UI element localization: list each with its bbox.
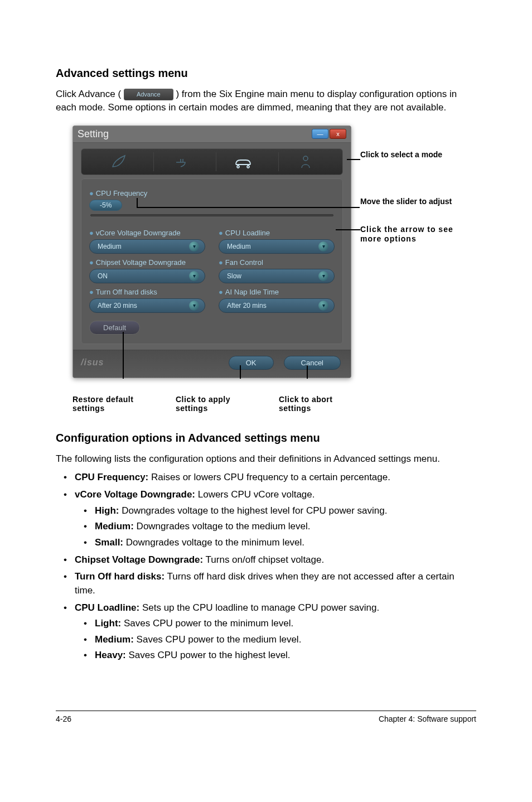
close-button[interactable]: x [330,129,346,139]
opt-vcore-small-desc: Downgrades voltage to the minimum level. [123,537,304,548]
opt-loadline-medium: Medium: Saves CPU power to the medium le… [75,633,476,647]
leader-line [336,229,360,230]
opt-loadline-desc: Sets up the CPU loadline to manage CPU p… [139,602,379,613]
annotation-click-abort: Click to abort settings [279,395,360,413]
label-ainap: ●AI Nap Idle Time [219,288,335,296]
dropdown-fan-value: Slow [227,272,241,280]
mode-tab-1[interactable] [91,152,146,171]
opt-vcore-medium-desc: Downgrades voltage to the medium level. [134,521,311,532]
titlebar: Setting — x [73,126,351,143]
mode-tabs [81,148,343,175]
opt-loadline-heavy-desc: Saves CPU power to the highest level. [126,650,291,660]
page-number: 4-26 [56,714,71,723]
plug-icon [173,154,188,169]
chevron-down-icon: ▾ [318,241,328,252]
leaf-icon [110,154,126,169]
dropdown-fan[interactable]: Slow ▾ [219,269,335,283]
opt-cpu-frequency: CPU Frequency: Raises or lowers CPU freq… [56,471,476,485]
opt-chipset: Chipset Voltage Downgrade: Turns on/off … [56,553,476,567]
annotation-click-arrow: Click the arrow to see more options [360,225,461,244]
opt-loadline-light: Light: Saves CPU power to the minimum le… [75,617,476,631]
person-icon [299,154,312,169]
heading-advanced-settings: Advanced settings menu [56,67,476,80]
dropdown-ainap[interactable]: After 20 mins ▾ [219,298,335,313]
cpu-frequency-slider[interactable] [90,214,333,216]
opt-vcore: vCore Voltage Downgrade: Lowers CPU vCor… [56,488,476,550]
dropdown-turnoff-value: After 20 mins [98,302,137,310]
mode-tab-3-active[interactable] [216,152,271,171]
page-footer: 4-26 Chapter 4: Software support [56,711,476,723]
ok-button[interactable]: OK [229,356,274,370]
cancel-button[interactable]: Cancel [284,356,341,370]
opt-cpu-frequency-desc: Raises or lowers CPU frequency to a cert… [148,472,390,482]
opt-vcore-desc: Lowers CPU vCore voltage. [195,489,315,500]
opt-loadline-heavy-name: Heavy: [95,650,126,660]
dropdown-loadline[interactable]: Medium ▾ [219,239,335,254]
label-loadline-text: CPU Loadline [225,229,270,237]
slider-value-pill[interactable]: -5% [89,200,122,211]
opt-vcore-name: vCore Voltage Downgrade: [75,489,195,500]
label-vcore-text: vCore Voltage Downgrade [96,229,181,237]
leader-line [240,365,241,379]
intro-before: Click Advance ( [56,89,121,99]
leader-line [347,159,360,160]
svg-point-0 [303,156,308,161]
opt-chipset-desc: Turns on/off chipset voltage. [203,554,324,565]
label-loadline: ●CPU Loadline [219,229,335,237]
label-turnoff: ●Turn Off hard disks [89,288,205,296]
opt-turnoff: Turn Off hard disks: Turns off hard disk… [56,570,476,597]
dropdown-ainap-value: After 20 mins [227,302,267,310]
leader-line [123,332,124,379]
leader-line [137,198,138,207]
default-button[interactable]: Default [89,321,140,335]
label-chipset-text: Chipset Voltage Downgrade [96,258,186,267]
dropdown-turnoff[interactable]: After 20 mins ▾ [89,298,205,313]
opt-vcore-small-name: Small: [95,537,123,548]
heading-config-options: Configuration options in Advanced settin… [56,432,476,445]
car-icon [234,154,253,169]
minimize-button[interactable]: — [312,129,328,139]
dropdown-chipset[interactable]: ON ▾ [89,269,205,283]
chevron-down-icon: ▾ [189,271,199,281]
config-options-list: CPU Frequency: Raises or lowers CPU freq… [56,471,476,663]
opt-turnoff-name: Turn Off hard disks: [75,571,165,582]
window-title: Setting [78,128,109,140]
label-chipset: ●Chipset Voltage Downgrade [89,258,205,267]
annotation-restore-default: Restore default settings [72,395,153,413]
annotation-move-slider: Move the slider to adjust [360,197,452,207]
annotation-click-apply: Click to apply settings [176,395,257,413]
opt-loadline-heavy: Heavy: Saves CPU power to the highest le… [75,649,476,663]
opt-chipset-name: Chipset Voltage Downgrade: [75,554,203,565]
inline-advance-button: Advance [124,89,173,100]
opt-vcore-high-desc: Downgrades voltage to the highest level … [119,505,387,516]
mode-tab-2[interactable] [153,152,209,171]
opt-loadline-light-name: Light: [95,618,121,629]
dropdown-vcore[interactable]: Medium ▾ [89,239,205,254]
dropdown-loadline-value: Medium [227,243,251,250]
chevron-down-icon: ▾ [189,241,199,252]
chevron-down-icon: ▾ [189,301,199,311]
opt-loadline-medium-name: Medium: [95,634,134,645]
opt-loadline-medium-desc: Saves CPU power to the medium level. [134,634,301,645]
dropdown-vcore-value: Medium [98,243,122,250]
opt-vcore-medium: Medium: Downgrades voltage to the medium… [75,520,476,534]
config-description: The following lists the configuration op… [56,452,476,466]
chapter-label: Chapter 4: Software support [379,714,476,723]
opt-vcore-medium-name: Medium: [95,521,134,532]
settings-screenshot: Setting — x [72,125,351,378]
label-fan: ●Fan Control [219,258,335,267]
label-fan-text: Fan Control [225,258,263,267]
leader-line [137,207,360,208]
chevron-down-icon: ▾ [318,301,328,311]
opt-vcore-high-name: High: [95,505,119,516]
dropdown-chipset-value: ON [98,272,108,280]
opt-cpu-frequency-name: CPU Frequency: [75,472,148,482]
mode-tab-4[interactable] [278,152,333,171]
opt-vcore-high: High: Downgrades voltage to the highest … [75,504,476,518]
label-turnoff-text: Turn Off hard disks [96,288,157,296]
intro-paragraph: Click Advance ( Advance ) from the Six E… [56,88,476,114]
opt-vcore-small: Small: Downgrades voltage to the minimum… [75,536,476,550]
leader-line [307,365,308,379]
opt-loadline-light-desc: Saves CPU power to the minimum level. [121,618,293,629]
asus-logo: /isus [81,357,104,368]
